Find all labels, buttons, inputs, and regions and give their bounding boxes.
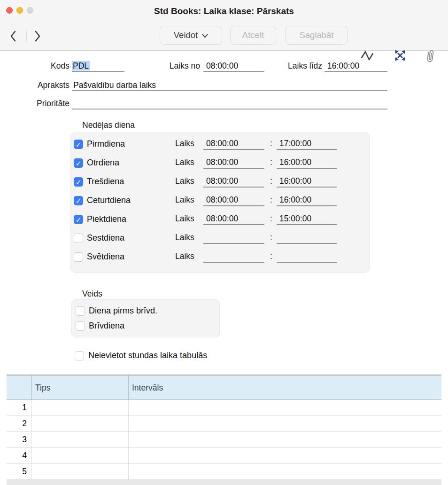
back-chevron-icon[interactable] xyxy=(8,29,20,43)
app-window: Std Books: Laika klase: Pārskats Veidot … xyxy=(0,0,448,485)
pirmdiena-from-field[interactable]: 08:00:00 xyxy=(203,138,264,150)
prioritate-field[interactable] xyxy=(72,98,387,110)
cell-tips[interactable] xyxy=(32,432,128,448)
laiks-no-field[interactable]: 08:00:00 xyxy=(203,61,264,72)
tresdiena-checkbox[interactable] xyxy=(74,177,83,187)
laiks-label: Laiks xyxy=(175,214,194,224)
cell-intervals[interactable] xyxy=(129,416,441,432)
cell-tips[interactable] xyxy=(32,400,128,416)
row-number[interactable]: 2 xyxy=(7,416,31,432)
sestdiena-from-field[interactable] xyxy=(203,232,264,244)
cell-intervals[interactable] xyxy=(129,432,441,448)
svetdiena-checkbox[interactable] xyxy=(74,252,83,262)
pirmdiena-to-field[interactable]: 17:00:00 xyxy=(277,138,337,150)
otrdiena-from-field[interactable]: 08:00:00 xyxy=(203,156,264,169)
column-header-tips[interactable]: Tips xyxy=(35,375,50,400)
ceturtdiena-from-field[interactable]: 08:00:00 xyxy=(203,194,264,206)
row-number[interactable]: 5 xyxy=(7,464,31,480)
diena-pirms-brivd-label[interactable]: Diena pirms brīvd. xyxy=(89,306,157,316)
otrdiena-checkbox[interactable] xyxy=(74,158,83,168)
time-colon: : xyxy=(270,195,272,205)
expand-arrows-icon[interactable] xyxy=(394,49,407,64)
weekdays-heading: Nedēļas diena xyxy=(82,120,135,130)
otrdiena-to-field[interactable]: 16:00:00 xyxy=(277,156,337,169)
svetdiena-label[interactable]: Svētdiena xyxy=(87,252,124,262)
cell-tips[interactable] xyxy=(32,416,128,432)
diena-pirms-brivd-checkbox[interactable] xyxy=(76,306,85,316)
piektdiena-to-field[interactable]: 15:00:00 xyxy=(277,213,337,225)
time-colon: : xyxy=(270,214,272,224)
chevron-down-icon xyxy=(202,30,208,40)
sestdiena-checkbox[interactable] xyxy=(74,234,83,243)
cell-intervals[interactable] xyxy=(129,400,441,416)
weekday-row-otrdiena: Otrdiena Laiks 08:00:00 : 16:00:00 xyxy=(71,154,370,172)
prioritate-label: Prioritāte xyxy=(19,99,70,109)
header-separator xyxy=(31,375,32,400)
header-separator xyxy=(128,375,129,400)
row-number[interactable]: 3 xyxy=(7,432,31,448)
ceturtdiena-to-field[interactable]: 16:00:00 xyxy=(277,194,337,206)
sestdiena-to-field[interactable] xyxy=(277,232,337,244)
kods-field[interactable]: PDL xyxy=(72,61,124,72)
laiks-label: Laiks xyxy=(175,157,194,167)
time-colon: : xyxy=(270,251,272,261)
rows-table: Tips Intervāls 1 2 3 4 xyxy=(7,375,441,485)
saglabat-button[interactable]: Saglabāt xyxy=(285,26,348,45)
laiks-label: Laiks xyxy=(175,251,194,261)
ceturtdiena-checkbox[interactable] xyxy=(74,196,83,205)
table-header: Tips Intervāls xyxy=(7,375,441,400)
veidot-label: Veidot xyxy=(174,30,198,40)
sestdiena-label[interactable]: Sestdiena xyxy=(87,233,124,243)
kods-label: Kods xyxy=(19,61,70,71)
apraksts-label: Apraksts xyxy=(19,80,70,90)
table-body: 1 2 3 4 5 xyxy=(7,400,441,480)
weekday-row-piektdiena: Piektdiena Laiks 08:00:00 : 15:00:00 xyxy=(71,210,370,229)
veids-heading: Veids xyxy=(82,289,102,299)
cell-tips[interactable] xyxy=(32,448,128,464)
forward-chevron-icon[interactable] xyxy=(31,29,43,43)
cell-intervals[interactable] xyxy=(129,464,441,480)
tresdiena-to-field[interactable]: 16:00:00 xyxy=(277,175,337,188)
time-colon: : xyxy=(270,233,272,242)
neievietot-checkbox[interactable] xyxy=(75,351,84,360)
table-row: 2 xyxy=(7,416,441,432)
column-header-intervals[interactable]: Intervāls xyxy=(132,375,163,400)
table-row: 1 xyxy=(7,400,441,416)
table-row: 4 xyxy=(7,448,441,464)
apraksts-field[interactable]: Pašvaldību darba laiks xyxy=(72,80,387,91)
laiks-no-label: Laiks no xyxy=(141,61,200,71)
tresdiena-from-field[interactable]: 08:00:00 xyxy=(203,175,264,188)
cell-intervals[interactable] xyxy=(129,448,441,464)
svetdiena-to-field[interactable] xyxy=(277,250,337,263)
piektdiena-checkbox[interactable] xyxy=(74,215,83,224)
row-number[interactable]: 4 xyxy=(7,448,31,464)
brivdiena-label[interactable]: Brīvdiena xyxy=(89,321,124,331)
laiks-label: Laiks xyxy=(175,195,194,205)
veidot-button[interactable]: Veidot xyxy=(160,26,222,45)
weekday-row-svetdiena: Svētdiena Laiks : xyxy=(71,248,370,266)
tresdiena-label[interactable]: Trešdiena xyxy=(87,177,124,187)
laiks-lidz-field[interactable]: 16:00:00 xyxy=(324,61,387,72)
brivdiena-checkbox[interactable] xyxy=(76,321,85,331)
neievietot-label[interactable]: Neievietot stundas laika tabulās xyxy=(88,351,207,360)
atcelt-button[interactable]: Atcelt xyxy=(230,26,276,45)
weekday-row-ceturtdiena: Ceturtdiena Laiks 08:00:00 : 16:00:00 xyxy=(71,191,370,210)
pirmdiena-label[interactable]: Pirmdiena xyxy=(87,139,125,149)
svetdiena-from-field[interactable] xyxy=(203,250,264,263)
paperclip-icon[interactable] xyxy=(423,48,438,66)
laiks-label: Laiks xyxy=(175,176,194,186)
time-colon: : xyxy=(270,139,272,149)
cell-tips[interactable] xyxy=(32,464,128,480)
time-colon: : xyxy=(270,176,272,186)
piektdiena-label[interactable]: Piektdiena xyxy=(87,214,126,224)
laiks-label: Laiks xyxy=(175,139,194,149)
pirmdiena-checkbox[interactable] xyxy=(74,140,83,149)
piektdiena-from-field[interactable]: 08:00:00 xyxy=(203,213,264,225)
table-row: 3 xyxy=(7,432,441,448)
kods-value: PDL xyxy=(72,61,90,70)
ceturtdiena-label[interactable]: Ceturtdiena xyxy=(87,196,131,205)
laiks-label: Laiks xyxy=(175,233,194,242)
otrdiena-label[interactable]: Otrdiena xyxy=(87,158,119,168)
laiks-lidz-label: Laiks līdz xyxy=(263,61,322,71)
row-number[interactable]: 1 xyxy=(7,400,31,416)
